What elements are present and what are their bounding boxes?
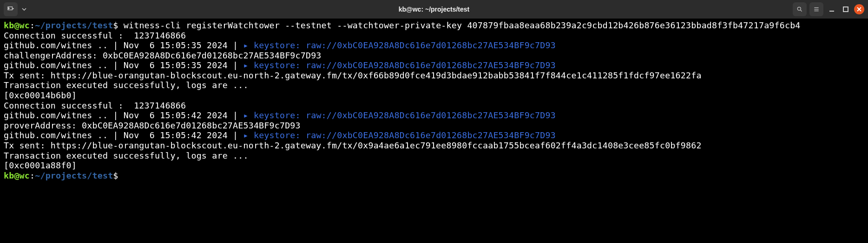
prompt-separator: : — [30, 171, 35, 180]
search-button[interactable] — [793, 2, 807, 16]
minimize-button[interactable] — [826, 4, 837, 15]
maximize-icon — [842, 6, 849, 13]
terminal-content[interactable]: kb@wc:~/projects/test$ witness-cli regis… — [0, 19, 868, 182]
menu-button[interactable] — [809, 2, 823, 16]
output-line: [0xc00014b6b0] — [4, 90, 864, 101]
keystore-text: keystore: raw://0xbC0EA928A8Dc616e7d0126… — [254, 110, 556, 120]
prompt-dollar: $ — [113, 171, 118, 180]
tab-menu-button[interactable] — [20, 2, 28, 16]
prompt-cwd: ~/projects/test — [35, 20, 113, 30]
svg-point-0 — [797, 7, 801, 10]
output-line: github.com/witnes .. | Nov 6 15:05:42 20… — [4, 110, 243, 120]
hamburger-icon — [813, 6, 820, 13]
output-line: proverAddress: 0xbC0EA928A8Dc616e7d01268… — [4, 121, 864, 131]
output-line: Transaction executed successfully, logs … — [4, 151, 864, 161]
prompt-user-host: kb@wc — [4, 171, 30, 180]
prompt-separator: : — [30, 20, 35, 30]
log-arrow: ▸ — [243, 60, 254, 70]
output-line: challengerAddress: 0xbC0EA928A8Dc616e7d0… — [4, 51, 864, 61]
output-line: Tx sent: https://blue-orangutan-blocksco… — [4, 141, 864, 151]
log-arrow: ▸ — [243, 110, 254, 120]
output-line: Connection successful : 1237146866 — [4, 101, 864, 111]
close-icon — [857, 7, 861, 12]
output-line: github.com/witnes .. | Nov 6 15:05:35 20… — [4, 40, 243, 50]
prompt-dollar: $ — [113, 20, 118, 30]
keystore-text: keystore: raw://0xbC0EA928A8Dc616e7d0126… — [254, 130, 556, 140]
output-line: Transaction executed successfully, logs … — [4, 80, 864, 90]
prompt-user-host: kb@wc — [4, 20, 30, 30]
log-arrow: ▸ — [243, 40, 254, 50]
keystore-text: keystore: raw://0xbC0EA928A8Dc616e7d0126… — [254, 40, 556, 50]
command-text: witness-cli registerWatchtower --testnet… — [118, 20, 801, 30]
new-tab-button[interactable] — [4, 2, 18, 16]
chevron-down-icon — [22, 7, 26, 12]
window-titlebar: kb@wc: ~/projects/test — [0, 0, 868, 19]
minimize-icon — [829, 6, 835, 13]
output-line: github.com/witnes .. | Nov 6 15:05:42 20… — [4, 130, 243, 140]
output-line: Connection successful : 1237146866 — [4, 31, 864, 41]
output-line: Tx sent: https://blue-orangutan-blocksco… — [4, 70, 864, 81]
svg-line-1 — [801, 10, 802, 12]
prompt-cwd: ~/projects/test — [35, 171, 113, 180]
output-line: [0xc0001a88f0] — [4, 160, 864, 171]
svg-rect-6 — [843, 7, 848, 12]
log-arrow: ▸ — [243, 130, 254, 140]
terminal-plus-icon — [7, 6, 14, 13]
maximize-button[interactable] — [840, 4, 851, 15]
keystore-text: keystore: raw://0xbC0EA928A8Dc616e7d0126… — [254, 60, 556, 70]
output-line: github.com/witnes .. | Nov 6 15:05:35 20… — [4, 60, 243, 70]
close-button[interactable] — [854, 4, 864, 14]
search-icon — [796, 6, 803, 13]
window-title: kb@wc: ~/projects/test — [399, 6, 470, 13]
